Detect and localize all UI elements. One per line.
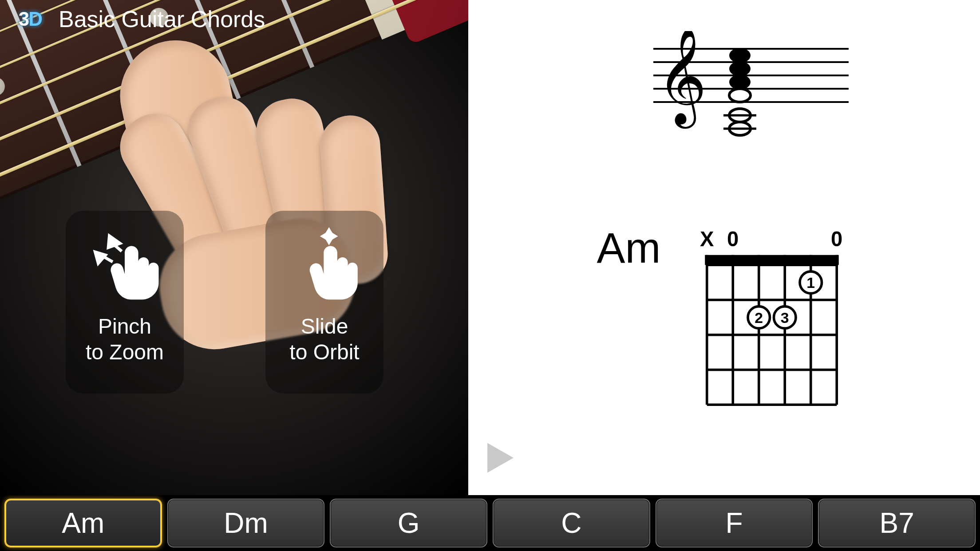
chord-name-label: Am	[597, 224, 661, 272]
chord-button-dm[interactable]: Dm	[167, 499, 325, 547]
svg-text:3: 3	[780, 309, 789, 326]
chord-button-label: F	[725, 507, 743, 539]
svg-text:X: X	[699, 228, 714, 251]
gesture-slide-line1: Slide	[301, 315, 348, 338]
play-icon	[481, 439, 518, 476]
gesture-pinch-label: Pinch to Zoom	[86, 314, 164, 365]
svg-rect-26	[705, 255, 839, 265]
chord-button-label: Dm	[224, 507, 268, 539]
main-area: 3D Basic Guitar Chords	[0, 0, 980, 495]
chord-button-label: B7	[880, 507, 914, 539]
chord-button-f[interactable]: F	[656, 499, 813, 547]
gesture-hint-pinch: Pinch to Zoom	[66, 211, 184, 394]
app-logo-3d-icon: 3D	[11, 5, 50, 33]
logo-text-d: D	[28, 8, 42, 30]
logo-text-3: 3	[19, 8, 28, 30]
play-button[interactable]	[481, 439, 518, 478]
svg-text:1: 1	[806, 274, 815, 291]
chord-button-label: G	[398, 507, 420, 539]
treble-clef-icon: 𝄞	[657, 31, 707, 129]
guitar-3d-view[interactable]: 3D Basic Guitar Chords	[0, 0, 468, 495]
svg-point-20	[729, 75, 751, 90]
gesture-slide-label: Slide to Orbit	[289, 314, 359, 365]
chord-button-label: C	[561, 507, 581, 539]
chord-info-panel: 𝄞	[468, 0, 980, 495]
chord-button-b7[interactable]: B7	[818, 499, 976, 547]
chord-button-am[interactable]: Am	[4, 499, 162, 547]
app-root: 3D Basic Guitar Chords	[0, 0, 980, 551]
chord-button-c[interactable]: C	[493, 499, 650, 547]
chord-button-label: Am	[62, 507, 104, 539]
pinch-icon	[85, 220, 165, 309]
svg-text:0: 0	[831, 228, 842, 251]
chord-button-g[interactable]: G	[330, 499, 487, 547]
gesture-pinch-line1: Pinch	[98, 315, 151, 338]
gesture-hints: Pinch to Zoom	[66, 211, 383, 394]
chord-diagram: X00123	[692, 228, 852, 409]
gesture-slide-line2: to Orbit	[289, 340, 359, 364]
svg-point-19	[729, 89, 751, 102]
header: 3D Basic Guitar Chords	[11, 5, 265, 33]
svg-rect-9	[323, 235, 335, 238]
svg-marker-44	[487, 443, 514, 472]
chord-diagram-row: Am X00123	[597, 228, 852, 409]
svg-point-21	[729, 61, 751, 76]
chord-selector-bar: AmDmGCFB7	[0, 495, 980, 551]
svg-text:2: 2	[755, 309, 763, 326]
staff-notation: 𝄞	[653, 31, 849, 148]
svg-point-22	[729, 48, 751, 63]
gesture-pinch-line2: to Zoom	[86, 340, 164, 364]
pan-icon	[285, 220, 364, 309]
svg-text:0: 0	[727, 228, 739, 251]
app-title: Basic Guitar Chords	[59, 6, 265, 32]
gesture-hint-slide: Slide to Orbit	[265, 211, 383, 394]
